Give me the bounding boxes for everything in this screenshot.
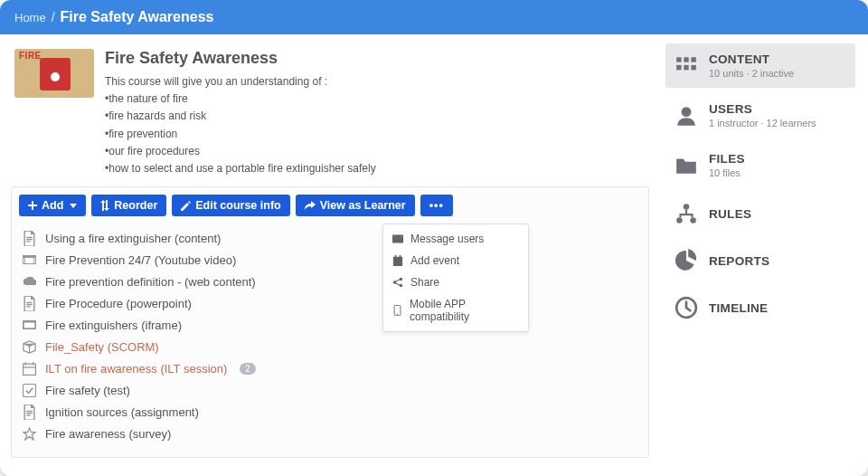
course-bullet: •the nature of fire <box>105 90 376 108</box>
content-title: Fire extinguishers (iframe) <box>45 319 182 332</box>
sidebar-sub: 1 instructor · 12 learners <box>709 118 816 129</box>
menu-mobile-compat[interactable]: Mobile APP compatibility <box>383 293 528 328</box>
course-thumbnail: FIRE <box>14 49 94 98</box>
view-label: View as Learner <box>320 199 406 212</box>
sidebar-label: REPORTS <box>709 254 769 268</box>
user-icon <box>675 104 698 128</box>
svg-rect-13 <box>676 64 681 69</box>
caret-down-icon <box>70 204 77 208</box>
page-body: FIRE Fire Safety Awareness This course w… <box>0 34 868 476</box>
content-row[interactable]: Using a fire extinguisher (content) <box>23 227 637 249</box>
cloud-icon <box>23 275 36 289</box>
content-row[interactable]: Fire Procedure (powerpoint) <box>23 292 637 314</box>
menu-message-users[interactable]: Message users <box>383 228 528 250</box>
calendar-icon <box>23 362 36 376</box>
menu-add-event[interactable]: Add event <box>383 250 528 271</box>
sidebar-label: CONTENT <box>709 52 794 66</box>
course-intro: This course will give you an understandi… <box>105 73 376 90</box>
folder-icon <box>675 154 698 177</box>
more-button[interactable]: ••• <box>420 195 453 216</box>
share-arrow-icon <box>305 201 316 210</box>
doc-icon <box>23 405 36 419</box>
content-row[interactable]: Fire prevention definition - (web conten… <box>23 271 637 292</box>
view-learner-button[interactable]: View as Learner <box>296 195 415 216</box>
course-description: This course will give you an understandi… <box>105 73 376 177</box>
breadcrumb: Home / Fire Safety Awareness <box>0 0 868 34</box>
breadcrumb-home[interactable]: Home <box>14 11 46 24</box>
svg-point-18 <box>676 217 683 224</box>
mobile-icon <box>392 305 402 316</box>
pencil-icon <box>181 201 191 211</box>
content-row[interactable]: Fire extinguishers (iframe) <box>23 314 637 336</box>
svg-rect-11 <box>684 57 688 62</box>
svg-rect-10 <box>676 57 681 62</box>
content-title: Fire prevention definition - (web conten… <box>45 275 256 289</box>
content-row[interactable]: Ignition sources (assignment) <box>23 401 637 423</box>
page-title: Fire Safety Awareness <box>105 49 376 68</box>
reorder-button[interactable]: Reorder <box>91 195 166 216</box>
content-row[interactable]: File_Safety (SCORM) <box>23 336 637 357</box>
content-row[interactable]: Fire safety (test) <box>23 379 637 401</box>
sidebar: CONTENT 10 units · 2 inactive USERS 1 in… <box>658 34 868 476</box>
content-title: Fire awareness (survey) <box>45 427 171 441</box>
course-bullet: •fire prevention <box>105 126 376 143</box>
content-title: Ignition sources (assignment) <box>45 405 199 419</box>
svg-rect-9 <box>23 384 35 396</box>
svg-point-17 <box>684 204 690 210</box>
main-column: FIRE Fire Safety Awareness This course w… <box>0 34 658 476</box>
package-icon <box>23 340 36 354</box>
svg-rect-15 <box>691 64 695 69</box>
menu-share[interactable]: Share <box>383 271 528 293</box>
more-menu: Message users Add event Share Mobile APP… <box>382 224 529 332</box>
more-icon: ••• <box>429 199 444 212</box>
plus-icon <box>28 201 37 210</box>
edit-label: Edit course info <box>195 199 280 212</box>
content-title: Fire Prevention 24/7 (Youtube video) <box>45 253 236 267</box>
envelope-icon <box>392 233 403 244</box>
svg-rect-7 <box>24 323 35 328</box>
svg-rect-12 <box>691 57 695 62</box>
clock-icon <box>675 296 698 319</box>
sidebar-item-content[interactable]: CONTENT 10 units · 2 inactive <box>665 43 855 88</box>
svg-rect-8 <box>24 364 36 375</box>
course-info: Fire Safety Awareness This course will g… <box>105 49 376 177</box>
grid-icon <box>675 54 698 78</box>
sidebar-item-reports[interactable]: REPORTS <box>665 240 855 281</box>
svg-point-4 <box>397 314 398 315</box>
toolbar: Add Reorder Edit course info View as Lea… <box>19 195 641 216</box>
content-title: Fire Procedure (powerpoint) <box>45 297 192 310</box>
content-title: Fire safety (test) <box>45 384 130 397</box>
svg-point-16 <box>682 107 692 117</box>
breadcrumb-sep: / <box>52 10 55 24</box>
rules-icon <box>675 202 698 225</box>
edit-course-button[interactable]: Edit course info <box>172 195 289 216</box>
sidebar-label: USERS <box>709 102 816 116</box>
menu-label: Mobile APP compatibility <box>410 298 519 323</box>
course-bullet: •fire hazards and risk <box>105 108 376 125</box>
sidebar-item-users[interactable]: USERS 1 instructor · 12 learners <box>665 93 855 138</box>
sidebar-item-files[interactable]: FILES 10 files <box>665 143 855 187</box>
svg-point-19 <box>690 217 696 224</box>
content-title: File_Safety (SCORM) <box>45 340 159 354</box>
content-row[interactable]: Fire Prevention 24/7 (Youtube video) <box>23 249 637 271</box>
sidebar-label: RULES <box>709 207 751 221</box>
doc-icon <box>23 232 36 245</box>
content-row[interactable]: Fire awareness (survey) <box>23 423 637 444</box>
add-button[interactable]: Add <box>19 195 86 216</box>
reorder-icon <box>100 200 109 211</box>
sidebar-label: TIMELINE <box>709 301 768 315</box>
reports-icon <box>675 249 698 272</box>
video-icon <box>23 253 36 267</box>
content-row[interactable]: ILT on fire awareness (ILT session)2 <box>23 357 637 379</box>
app-window: Home / Fire Safety Awareness FIRE Fire S… <box>0 0 868 476</box>
sidebar-item-rules[interactable]: RULES <box>665 193 855 234</box>
thumb-caption: FIRE <box>19 51 42 61</box>
count-badge: 2 <box>240 363 256 375</box>
menu-label: Add event <box>410 254 459 267</box>
sidebar-item-timeline[interactable]: TIMELINE <box>665 287 855 328</box>
content-title: Using a fire extinguisher (content) <box>45 232 221 245</box>
reorder-label: Reorder <box>114 199 157 212</box>
content-panel: Add Reorder Edit course info View as Lea… <box>11 186 649 458</box>
iframe-icon <box>23 319 36 332</box>
add-label: Add <box>42 199 63 212</box>
